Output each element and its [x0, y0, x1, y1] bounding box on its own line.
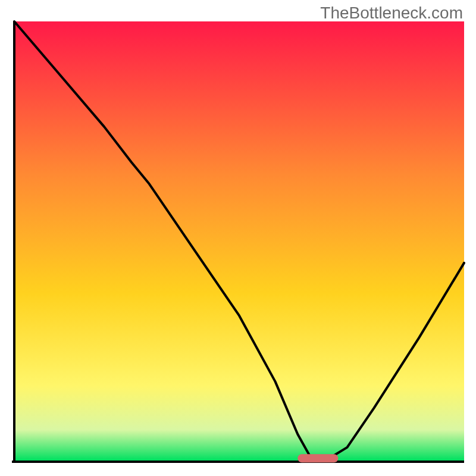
bottleneck-plot — [0, 0, 476, 476]
plot-background — [14, 21, 464, 461]
chart-frame: TheBottleneck.com — [0, 0, 476, 476]
optimal-range-marker — [298, 454, 338, 462]
